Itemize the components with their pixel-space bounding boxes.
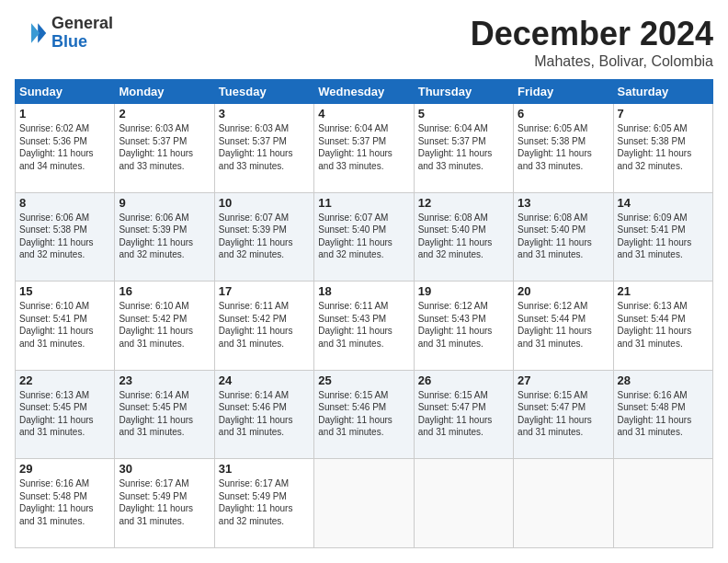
day-info: Sunrise: 6:04 AM Sunset: 5:37 PM Dayligh… [318, 122, 409, 172]
header-row: SundayMondayTuesdayWednesdayThursdayFrid… [16, 80, 713, 104]
daylight-label: Daylight: 11 hours and 31 minutes. [19, 326, 94, 349]
calendar-cell: 13 Sunrise: 6:08 AM Sunset: 5:40 PM Dayl… [514, 192, 613, 282]
calendar-cell: 3 Sunrise: 6:03 AM Sunset: 5:37 PM Dayli… [214, 104, 313, 193]
sunrise-label: Sunrise: 6:04 AM [418, 123, 488, 133]
day-info: Sunrise: 6:16 AM Sunset: 5:48 PM Dayligh… [618, 389, 709, 439]
daylight-label: Daylight: 11 hours and 32 minutes. [19, 237, 94, 260]
calendar-cell: 27 Sunrise: 6:15 AM Sunset: 5:47 PM Dayl… [514, 370, 613, 459]
sunset-label: Sunset: 5:37 PM [219, 136, 287, 146]
day-number: 26 [418, 373, 509, 387]
day-info: Sunrise: 6:09 AM Sunset: 5:41 PM Dayligh… [618, 212, 709, 261]
daylight-label: Daylight: 11 hours and 31 minutes. [19, 503, 94, 526]
calendar-cell: 19 Sunrise: 6:12 AM Sunset: 5:43 PM Dayl… [414, 282, 513, 371]
daylight-label: Daylight: 11 hours and 32 minutes. [219, 237, 293, 260]
sunrise-label: Sunrise: 6:04 AM [318, 123, 388, 133]
daylight-label: Daylight: 11 hours and 34 minutes. [19, 148, 94, 171]
daylight-label: Daylight: 11 hours and 31 minutes. [518, 237, 592, 260]
calendar-cell: 22 Sunrise: 6:13 AM Sunset: 5:45 PM Dayl… [16, 370, 115, 459]
sunset-label: Sunset: 5:41 PM [618, 224, 686, 235]
sunset-label: Sunset: 5:37 PM [318, 136, 386, 146]
day-number: 15 [19, 284, 110, 298]
calendar-cell: 6 Sunrise: 6:05 AM Sunset: 5:38 PM Dayli… [514, 104, 613, 193]
sunset-label: Sunset: 5:36 PM [19, 136, 87, 146]
sunset-label: Sunset: 5:46 PM [318, 402, 386, 412]
sunrise-label: Sunrise: 6:09 AM [618, 213, 688, 223]
logo-general: General [51, 15, 113, 33]
day-info: Sunrise: 6:05 AM Sunset: 5:38 PM Dayligh… [618, 122, 709, 172]
week-row-2: 8 Sunrise: 6:06 AM Sunset: 5:38 PM Dayli… [16, 192, 713, 282]
sunrise-label: Sunrise: 6:05 AM [518, 123, 587, 133]
day-info: Sunrise: 6:06 AM Sunset: 5:39 PM Dayligh… [119, 212, 210, 261]
week-row-3: 15 Sunrise: 6:10 AM Sunset: 5:41 PM Dayl… [16, 282, 713, 371]
day-info: Sunrise: 6:07 AM Sunset: 5:40 PM Dayligh… [318, 212, 409, 261]
daylight-label: Daylight: 11 hours and 31 minutes. [318, 415, 392, 438]
daylight-label: Daylight: 11 hours and 31 minutes. [418, 415, 493, 438]
header: General Blue December 2024 Mahates, Boli… [15, 15, 713, 70]
day-info: Sunrise: 6:08 AM Sunset: 5:40 PM Dayligh… [418, 212, 509, 261]
daylight-label: Daylight: 11 hours and 33 minutes. [418, 148, 493, 171]
daylight-label: Daylight: 11 hours and 31 minutes. [119, 503, 193, 526]
day-info: Sunrise: 6:15 AM Sunset: 5:47 PM Dayligh… [518, 389, 609, 439]
sunrise-label: Sunrise: 6:13 AM [618, 301, 688, 311]
sunrise-label: Sunrise: 6:16 AM [618, 390, 688, 400]
day-header-thursday: Thursday [414, 80, 513, 104]
day-number: 27 [518, 373, 609, 387]
sunrise-label: Sunrise: 6:07 AM [219, 213, 289, 223]
day-info: Sunrise: 6:16 AM Sunset: 5:48 PM Dayligh… [19, 477, 110, 527]
calendar-cell: 15 Sunrise: 6:10 AM Sunset: 5:41 PM Dayl… [16, 282, 115, 371]
day-info: Sunrise: 6:11 AM Sunset: 5:42 PM Dayligh… [219, 300, 310, 350]
day-number: 29 [19, 462, 110, 476]
daylight-label: Daylight: 11 hours and 31 minutes. [318, 326, 392, 349]
day-number: 22 [19, 373, 110, 387]
daylight-label: Daylight: 11 hours and 31 minutes. [219, 415, 293, 438]
month-title: December 2024 [471, 15, 713, 53]
daylight-label: Daylight: 11 hours and 31 minutes. [618, 415, 692, 438]
day-header-saturday: Saturday [613, 80, 712, 104]
calendar-cell: 12 Sunrise: 6:08 AM Sunset: 5:40 PM Dayl… [414, 192, 513, 282]
day-info: Sunrise: 6:13 AM Sunset: 5:44 PM Dayligh… [618, 300, 709, 350]
calendar-cell: 20 Sunrise: 6:12 AM Sunset: 5:44 PM Dayl… [514, 282, 613, 371]
day-number: 17 [219, 284, 310, 298]
day-number: 24 [219, 373, 310, 387]
daylight-label: Daylight: 11 hours and 31 minutes. [418, 326, 493, 349]
day-number: 7 [618, 107, 709, 121]
day-info: Sunrise: 6:04 AM Sunset: 5:37 PM Dayligh… [418, 122, 509, 172]
day-number: 28 [618, 373, 709, 387]
logo: General Blue [15, 15, 113, 52]
calendar-cell: 16 Sunrise: 6:10 AM Sunset: 5:42 PM Dayl… [115, 282, 214, 371]
day-number: 21 [618, 284, 709, 298]
daylight-label: Daylight: 11 hours and 32 minutes. [219, 503, 293, 526]
sunrise-label: Sunrise: 6:16 AM [19, 478, 89, 488]
day-header-sunday: Sunday [16, 80, 115, 104]
calendar-table: SundayMondayTuesdayWednesdayThursdayFrid… [15, 79, 713, 548]
day-info: Sunrise: 6:14 AM Sunset: 5:46 PM Dayligh… [219, 389, 310, 439]
day-number: 13 [518, 196, 609, 210]
calendar-cell: 1 Sunrise: 6:02 AM Sunset: 5:36 PM Dayli… [16, 104, 115, 193]
daylight-label: Daylight: 11 hours and 31 minutes. [119, 415, 193, 438]
day-info: Sunrise: 6:08 AM Sunset: 5:40 PM Dayligh… [518, 212, 609, 261]
daylight-label: Daylight: 11 hours and 31 minutes. [219, 326, 293, 349]
day-number: 12 [418, 196, 509, 210]
sunrise-label: Sunrise: 6:03 AM [119, 123, 188, 133]
daylight-label: Daylight: 11 hours and 33 minutes. [518, 148, 592, 171]
title-section: December 2024 Mahates, Bolivar, Colombia [471, 15, 713, 70]
sunrise-label: Sunrise: 6:15 AM [518, 390, 587, 400]
calendar-header: SundayMondayTuesdayWednesdayThursdayFrid… [16, 80, 713, 104]
sunset-label: Sunset: 5:38 PM [19, 224, 87, 235]
sunrise-label: Sunrise: 6:06 AM [119, 213, 188, 223]
sunrise-label: Sunrise: 6:14 AM [219, 390, 289, 400]
sunset-label: Sunset: 5:47 PM [518, 402, 586, 412]
calendar-cell: 26 Sunrise: 6:15 AM Sunset: 5:47 PM Dayl… [414, 370, 513, 459]
day-number: 3 [219, 107, 310, 121]
logo-icon [15, 17, 48, 50]
daylight-label: Daylight: 11 hours and 33 minutes. [219, 148, 293, 171]
calendar-cell: 24 Sunrise: 6:14 AM Sunset: 5:46 PM Dayl… [214, 370, 313, 459]
sunrise-label: Sunrise: 6:11 AM [219, 301, 289, 311]
calendar-cell: 18 Sunrise: 6:11 AM Sunset: 5:43 PM Dayl… [314, 282, 414, 371]
sunset-label: Sunset: 5:48 PM [618, 402, 686, 412]
day-info: Sunrise: 6:10 AM Sunset: 5:41 PM Dayligh… [19, 300, 110, 350]
sunrise-label: Sunrise: 6:10 AM [19, 301, 89, 311]
sunset-label: Sunset: 5:40 PM [318, 224, 386, 235]
daylight-label: Daylight: 11 hours and 31 minutes. [618, 326, 692, 349]
day-info: Sunrise: 6:15 AM Sunset: 5:47 PM Dayligh… [418, 389, 509, 439]
